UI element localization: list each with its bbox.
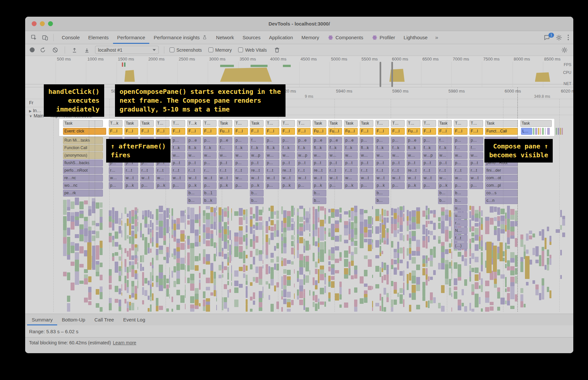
stack-bar[interactable]: p…k [187, 182, 201, 189]
bottom-tab-event-log[interactable]: Event Log [119, 314, 150, 325]
stack-bar[interactable]: w… [328, 152, 342, 159]
function-call-bar[interactable]: F…l [281, 128, 295, 135]
function-call-bar[interactable]: Fu…l [344, 128, 358, 135]
task-bar[interactable]: Task [344, 120, 358, 127]
stack-bar[interactable]: w…t [328, 175, 342, 181]
function-call-bar[interactable]: F…l [438, 128, 452, 135]
stack-bar[interactable]: p…k [219, 182, 232, 189]
function-call-bar[interactable]: F…l [234, 128, 248, 135]
stack-bar[interactable]: r…t [234, 167, 248, 174]
stack-bar[interactable]: r… [454, 220, 467, 227]
tab-memory[interactable]: Memory [297, 31, 323, 44]
zoom-button[interactable] [48, 21, 53, 26]
stack-bar-re-nc[interactable]: re…nc [63, 175, 103, 181]
stack-bar[interactable]: w… [234, 152, 248, 159]
stack-bar-run-mi-tasks[interactable]: Run Mi…tasks [63, 137, 103, 144]
stack-bar[interactable]: p…k [375, 182, 389, 189]
stack-bar[interactable]: w…t [203, 175, 217, 181]
stack-bar[interactable]: c…n [485, 197, 518, 204]
stack-bar[interactable]: p… [266, 182, 279, 189]
function-call-bar[interactable]: Funct…Call [485, 128, 518, 135]
stack-bar[interactable]: re…t [281, 167, 295, 174]
stack-bar[interactable]: p… [360, 137, 373, 144]
stack-bar[interactable]: w… [281, 152, 295, 159]
stack-bar[interactable]: p…e [140, 137, 154, 144]
stack-bar[interactable]: fl…k [266, 145, 279, 151]
stack-bar[interactable]: w… [266, 152, 279, 159]
stack-bar[interactable]: w… [438, 175, 452, 181]
stack-bar[interactable]: w… [360, 152, 373, 159]
stack-bar[interactable]: p… [266, 160, 279, 166]
task-bar[interactable]: T… [391, 120, 405, 127]
stack-bar[interactable]: r…t [375, 167, 389, 174]
stack-bar[interactable]: p… [297, 182, 311, 189]
stack-bar[interactable]: fl…k [140, 145, 154, 151]
stack-bar[interactable]: w… [375, 152, 389, 159]
function-call-bar[interactable]: F…l [454, 128, 467, 135]
stack-bar[interactable]: w… [219, 152, 232, 159]
stack-bar[interactable]: b… [187, 197, 201, 204]
stack-bar[interactable]: re…t [407, 167, 420, 174]
stack-bar[interactable]: p… [360, 182, 373, 189]
stack-bar[interactable]: (…) [454, 242, 467, 249]
stack-bar[interactable]: b… [250, 197, 264, 204]
stack-bar-anonymous[interactable]: (anonymous) [63, 152, 103, 159]
stack-bar[interactable]: p…t [344, 160, 358, 166]
function-call-bar[interactable]: F…l [156, 128, 170, 135]
stack-bar[interactable]: w… [140, 152, 154, 159]
stack-bar[interactable]: f…k [234, 145, 248, 151]
stack-bar[interactable]: w… [234, 175, 248, 181]
stack-bar[interactable]: w…t [469, 175, 483, 181]
stack-bar[interactable]: p… [422, 137, 436, 144]
stack-bar[interactable]: p…k [313, 182, 326, 189]
stack-bar[interactable]: p… [124, 137, 138, 144]
stack-bar[interactable]: f…k [172, 145, 185, 151]
stack-bar[interactable]: p…e [344, 137, 358, 144]
stack-bar[interactable]: w…t [391, 175, 405, 181]
stack-bar[interactable]: p… [172, 137, 185, 144]
function-call-bar[interactable]: F…l [375, 128, 389, 135]
stack-bar[interactable]: b… [454, 197, 467, 204]
tab-network[interactable]: Network [212, 31, 238, 44]
stack-bar[interactable]: p…t [281, 160, 295, 166]
stack-bar[interactable]: p…t [375, 160, 389, 166]
stack-bar[interactable]: f…k [438, 145, 452, 151]
task-bar[interactable]: Task [219, 120, 232, 127]
function-call-bar[interactable]: F…l [469, 128, 483, 135]
stack-bar[interactable]: p…t [422, 160, 436, 166]
stack-bar[interactable]: p… [234, 137, 248, 144]
titlebar[interactable]: DevTools - localhost:3000/ [25, 17, 573, 31]
tab-sources[interactable]: Sources [238, 31, 265, 44]
stack-bar[interactable]: b… [313, 190, 326, 197]
stack-bar[interactable]: p… [454, 137, 467, 144]
stack-bar-perfo-nroot[interactable]: perfo…nRoot [63, 167, 103, 174]
task-bar[interactable]: T… [422, 120, 436, 127]
task-bar[interactable]: T… [172, 120, 185, 127]
task-bar[interactable]: T…k [109, 120, 122, 127]
function-call-bar[interactable]: Fu…l [219, 128, 232, 135]
stack-bar[interactable]: u… [454, 205, 467, 212]
kebab-menu-icon[interactable] [568, 35, 569, 40]
function-call-bar[interactable]: F…l [250, 128, 264, 135]
stack-bar[interactable]: r…t [391, 167, 405, 174]
stack-bar[interactable]: b… [250, 190, 264, 197]
stack-bar[interactable]: p…t [328, 160, 342, 166]
stack-bar[interactable]: p… [234, 182, 248, 189]
function-call-bar[interactable]: Fu…l [328, 128, 342, 135]
stack-bar[interactable]: re…t [250, 167, 264, 174]
stack-bar[interactable]: w…t [250, 175, 264, 181]
stack-bar[interactable]: w…t [422, 175, 436, 181]
stack-bar-function-call[interactable]: Function Call [63, 145, 103, 151]
stack-bar[interactable]: r…t [344, 167, 358, 174]
stack-bar[interactable]: p… [203, 160, 217, 166]
event-click-bar[interactable]: Event: click [63, 128, 106, 135]
stack-bar[interactable]: b…1 [203, 190, 217, 197]
stack-bar[interactable]: p… [109, 182, 122, 189]
selection-handle-left[interactable] [380, 62, 381, 87]
stack-bar[interactable]: p… [281, 137, 295, 144]
checkbox-screenshots[interactable]: Screenshots [170, 47, 202, 53]
stack-bar[interactable]: w… [407, 152, 420, 159]
stack-bar[interactable]: f…k [328, 145, 342, 151]
stack-bar[interactable]: f…k [344, 145, 358, 151]
save-profile-icon[interactable] [83, 46, 91, 54]
